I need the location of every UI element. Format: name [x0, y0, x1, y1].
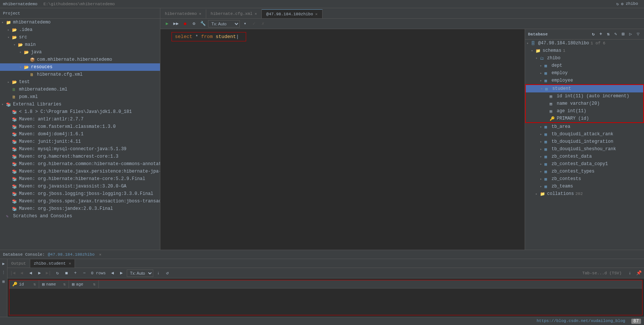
resume-button[interactable]: ⚙: [190, 20, 198, 28]
console-connection[interactable]: @47.98.184.180zhibo: [48, 252, 94, 257]
db-item-dept[interactable]: ▸▦dept: [525, 62, 644, 69]
db-item-student_name[interactable]: ▤name varchar(20): [526, 100, 643, 107]
sidebar-item-jboss_tx[interactable]: 📚Maven: org.jboss.spec.javax.transaction…: [0, 198, 160, 205]
sidebar-item-hib_core[interactable]: 📚Maven: org.hibernate:hibernate-core:5.2…: [0, 175, 160, 183]
table-grid[interactable]: 🔑id⇅▤name⇅▤age⇅: [9, 280, 643, 315]
db-filter-icon[interactable]: ▽: [635, 31, 641, 37]
nav-left-button[interactable]: ◀: [27, 269, 34, 277]
sidebar-item-classmate[interactable]: 📚Maven: com.fasterxml.classmate:1.3.0: [0, 123, 160, 130]
sidebar-item-hib_jpa[interactable]: 📚Maven: org.hibernate.javax.persistence:…: [0, 168, 160, 175]
db-item-zb_contest_data[interactable]: ▸▦zb_contest_data: [525, 153, 644, 160]
sidebar-item-src[interactable]: ▾📂src: [0, 34, 160, 41]
db-item-schemas[interactable]: ▾📁schemas1: [525, 47, 644, 54]
sidebar-item-idea[interactable]: ▸📂.idea: [0, 26, 160, 34]
col-header-name_col[interactable]: ▤name⇅: [39, 280, 69, 288]
stop-query-button[interactable]: ◼: [63, 269, 70, 277]
editor-content[interactable]: select * from student: [160, 29, 525, 250]
bottom-tab-output_tab[interactable]: Output: [7, 259, 30, 268]
tab-close[interactable]: ✕: [255, 12, 257, 16]
db-item-employ[interactable]: ▸▦employ: [525, 69, 644, 77]
db-add-icon[interactable]: +: [598, 32, 604, 37]
db-item-collations[interactable]: ▸📁collations202: [525, 190, 644, 198]
sidebar-item-javassist[interactable]: 📚Maven: org.javassist:javassist:3.20.0-G…: [0, 183, 160, 190]
bottom-tab-student_tab[interactable]: zhibo.student✕: [30, 259, 75, 268]
commit-rows-btn[interactable]: ↓: [155, 269, 162, 277]
sidebar-item-jboss_logging[interactable]: 📚Maven: org.jboss.logging:jboss-logging:…: [0, 190, 160, 198]
query-box[interactable]: select * from student: [172, 32, 246, 41]
gutter-layout-icon[interactable]: ⊞: [1, 278, 7, 284]
sidebar-item-hibernate_cfg[interactable]: 🗎hibernate.cfg.xml: [0, 71, 160, 78]
bottom-tab-close[interactable]: ✕: [69, 261, 71, 266]
sidebar-item-com[interactable]: 📦com.mhibernate.hibernatedemo: [0, 56, 160, 63]
sidebar-item-mysql[interactable]: 📚Maven: mysql:mysql-connector-java:5.1.3…: [0, 145, 160, 153]
pin-button[interactable]: 📌: [635, 269, 643, 277]
sidebar-item-jandex[interactable]: 📚Maven: org.jboss:jandex:2.0.3.Final: [0, 205, 160, 212]
sidebar-item-test[interactable]: ▸📂test: [0, 78, 160, 86]
remove-row-button[interactable]: −: [81, 269, 88, 277]
bottom-tx-select[interactable]: Tx: Auto: [127, 269, 153, 277]
run-button[interactable]: ▶: [163, 20, 171, 28]
sidebar-content[interactable]: ▾📁mhibernatedemo▸📂.idea▾📂src▾📂main▾📂java…: [0, 19, 160, 250]
rollback-rows-btn[interactable]: ↺: [164, 269, 171, 277]
editor-tab-hibernate_cfg_tab[interactable]: hibernate.cfg.xml✕: [206, 9, 262, 18]
tx-select[interactable]: Tx: Auto Tx: Manual: [208, 20, 240, 28]
refresh-icon[interactable]: ↻: [616, 1, 619, 6]
dropdown-btn[interactable]: ▾: [241, 20, 249, 28]
col-header-age_col[interactable]: ▤age⇅: [69, 280, 99, 288]
db-item-tb_douqiudi_integration[interactable]: ▸▦tb_douqiudi_integration: [525, 138, 644, 145]
editor-tab-hibernatedemo_tab[interactable]: hibernatedemo✕: [160, 9, 206, 18]
sidebar-item-antlr[interactable]: 📚Maven: antlr:antlr:2.7.7: [0, 116, 160, 123]
sidebar-item-scratches[interactable]: ✎Scratches and Consoles: [0, 212, 160, 220]
sidebar-item-hamcrest[interactable]: 📚Maven: org.hamcrest:hamcrest-core:1.3: [0, 153, 160, 160]
sidebar-item-resources[interactable]: ▾📂resouces: [0, 63, 160, 71]
db-item-zb_teams[interactable]: ▸▦zb_teams: [525, 183, 644, 190]
db-item-tb_douqiudi_sheshou_rank[interactable]: ▸▦tb_douqiudi_sheshou_rank: [525, 145, 644, 153]
gutter-run-icon[interactable]: ▶: [1, 261, 7, 266]
db-item-tb_douqiudi_attack_rank[interactable]: ▸▦tb_douqiudi_attack_rank: [525, 130, 644, 138]
nav-right-button[interactable]: ▶: [36, 269, 43, 277]
stop-button[interactable]: ◼: [181, 20, 189, 28]
sidebar-item-mhibernatedemo_iml[interactable]: 🗎mhibernatedemo.iml: [0, 86, 160, 93]
rows-nav-prev[interactable]: ◀: [109, 269, 116, 277]
col-sort-icon[interactable]: ⇅: [93, 282, 95, 287]
rows-nav-next[interactable]: ▶: [118, 269, 125, 277]
sidebar-item-pom[interactable]: 🗎pom.xml: [0, 93, 160, 101]
db-item-student_age[interactable]: ▤age int(11): [526, 107, 643, 115]
sidebar-item-main[interactable]: ▾📂main: [0, 41, 160, 48]
editor-tab-zhibo_tab[interactable]: @47.98.184.180zhibo✕: [262, 9, 322, 18]
sidebar-item-external_libraries[interactable]: ▾📚External Libraries: [0, 101, 160, 108]
tab-close[interactable]: ✕: [199, 12, 201, 16]
db-item-zhibo_schema[interactable]: ▾🗂zhibo: [525, 54, 644, 62]
db-console-icon[interactable]: ▷: [628, 31, 634, 37]
db-item-student_id[interactable]: ▤id int(11) (auto increment): [526, 92, 643, 100]
db-sync-icon[interactable]: ⇅: [605, 31, 611, 37]
db-refresh-icon[interactable]: ↻: [590, 31, 596, 37]
sidebar-item-mhibernatedemo[interactable]: ▾📁mhibernatedemo: [0, 19, 160, 26]
run-file-button[interactable]: ▶▶: [172, 20, 180, 28]
export-button[interactable]: ↓: [626, 269, 634, 277]
col-header-id_col[interactable]: 🔑id⇅: [9, 280, 39, 288]
db-item-tb_area[interactable]: ▸▦tb_area: [525, 123, 644, 130]
db-edit-icon[interactable]: ✎: [613, 31, 619, 37]
col-sort-icon[interactable]: ⇅: [63, 282, 66, 287]
db-item-student[interactable]: ▾▦student: [526, 85, 643, 92]
db-item-student_pk[interactable]: 🔑PRIMARY (id): [526, 115, 643, 122]
reload-button[interactable]: ↻: [54, 269, 61, 277]
settings-icon[interactable]: ⚙: [621, 1, 623, 6]
sidebar-item-junit[interactable]: 📚Maven: junit:junit:4.11: [0, 138, 160, 145]
console-close-icon[interactable]: ✕: [99, 252, 101, 257]
db-grid-icon[interactable]: ⊞: [620, 31, 626, 37]
db-panel-content[interactable]: ▾🗄@47.98.184.180zhibo1 of 6▾📁schemas1▾🗂z…: [525, 40, 644, 250]
db-item-zb_contest_types[interactable]: ▸▦zb_contest_types: [525, 168, 644, 175]
db-item-zb_contests[interactable]: ▸▦zb_contests: [525, 175, 644, 183]
sidebar-item-dom4j[interactable]: 📚Maven: dom4j:dom4j:1.6.1: [0, 130, 160, 138]
sidebar-item-java[interactable]: ▾📂java: [0, 48, 160, 56]
sidebar-item-hib_common[interactable]: 📚Maven: org.hibernate.common:hibernate-c…: [0, 160, 160, 168]
db-item-connection[interactable]: ▾🗄@47.98.184.180zhibo1 of 6: [525, 40, 644, 47]
db-item-zb_contest_data_copy1[interactable]: ▸▦zb_contest_data_copy1: [525, 160, 644, 168]
db-item-employee[interactable]: ▸▦employee: [525, 77, 644, 84]
sidebar-item-jdk[interactable]: 📚< 1.8 > C:\Program Files\Java\jdk1.8.0_…: [0, 108, 160, 116]
col-sort-icon[interactable]: ⇅: [33, 282, 36, 287]
format-button[interactable]: 🔧: [199, 20, 207, 28]
add-row-button[interactable]: +: [72, 269, 79, 277]
